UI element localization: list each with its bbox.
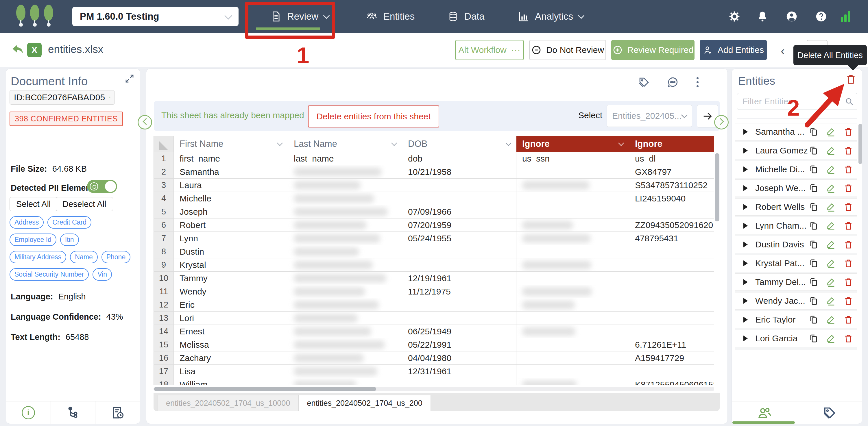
scrollbar-thumb[interactable] [859, 124, 862, 164]
table-cell[interactable]: Lisa [174, 365, 288, 378]
row-number[interactable]: 18 [154, 378, 174, 385]
copy-icon[interactable] [109, 93, 111, 102]
table-cell[interactable] [517, 352, 629, 365]
table-cell[interactable] [288, 285, 402, 298]
brand-logo[interactable] [16, 5, 53, 27]
table-cell[interactable] [517, 298, 629, 312]
delete-icon[interactable] [843, 258, 853, 268]
pii-tag[interactable]: Address [9, 216, 44, 229]
chevron-down-icon[interactable] [277, 140, 283, 146]
account-button[interactable] [785, 0, 798, 33]
delete-icon[interactable] [843, 127, 853, 137]
entity-list-scrollbar[interactable] [859, 124, 862, 349]
tab-entities[interactable]: Entities [366, 0, 415, 33]
column-header[interactable]: DOB [402, 136, 517, 152]
review-required-button[interactable]: Review Required [611, 40, 694, 60]
entity-row[interactable]: Dustin Davis [735, 236, 857, 253]
table-cell[interactable] [629, 285, 714, 298]
table-cell[interactable]: 12/31/1961 [402, 365, 517, 378]
table-cell[interactable] [288, 272, 402, 285]
status-indicator[interactable] [841, 0, 850, 33]
delete-sheet-entities-button[interactable]: Delete entities from this sheet [308, 105, 439, 127]
sheet-tab-active[interactable]: entities_20240502_1704_us_200 [299, 395, 431, 411]
table-cell[interactable] [402, 258, 517, 272]
edit-icon[interactable] [826, 277, 836, 287]
delete-icon[interactable] [843, 315, 853, 325]
entity-row[interactable]: Eric Taylor [735, 311, 857, 328]
delete-icon[interactable] [843, 277, 853, 287]
entity-row[interactable]: Lynn Cham... [735, 217, 857, 234]
table-cell[interactable] [517, 338, 629, 352]
row-number[interactable]: 5 [154, 205, 174, 219]
do-not-review-button[interactable]: Do Not Review [529, 40, 606, 60]
alt-workflow-button[interactable]: Alt Workflow [455, 40, 524, 60]
column-header[interactable]: Ignore [517, 136, 629, 152]
table-cell[interactable]: William [174, 378, 288, 385]
table-cell[interactable] [517, 325, 629, 338]
document-id-chip[interactable]: ID:BC0E2076FABAD05 [9, 90, 115, 105]
row-number[interactable]: 15 [154, 338, 174, 352]
table-cell[interactable]: dob [402, 152, 517, 165]
table-cell[interactable]: us_dl [629, 152, 714, 165]
delete-icon[interactable] [843, 164, 853, 174]
pii-tag[interactable]: Employee Id [9, 233, 56, 246]
expand-caret-icon[interactable] [743, 317, 748, 323]
table-cell[interactable]: Lori [174, 312, 288, 325]
copy-icon[interactable] [809, 315, 818, 325]
table-cell[interactable]: Eric [174, 298, 288, 312]
copy-icon[interactable] [809, 277, 818, 287]
pii-tag[interactable]: Name [70, 251, 97, 263]
table-cell[interactable]: 05/22/1991 [402, 338, 517, 352]
copy-icon[interactable] [809, 164, 818, 174]
table-cell[interactable]: Joseph [174, 205, 288, 219]
table-cell[interactable] [517, 205, 629, 219]
row-number[interactable]: 14 [154, 325, 174, 338]
expand-caret-icon[interactable] [743, 223, 748, 229]
row-number[interactable]: 12 [154, 298, 174, 312]
table-cell[interactable]: Lynn [174, 232, 288, 245]
table-cell[interactable] [288, 365, 402, 378]
copy-icon[interactable] [809, 221, 818, 231]
history-button[interactable] [95, 401, 140, 424]
table-cell[interactable]: Michelle [174, 192, 288, 205]
edit-icon[interactable] [826, 258, 836, 268]
expand-caret-icon[interactable] [743, 185, 748, 191]
edit-icon[interactable] [826, 333, 836, 343]
table-cell[interactable] [517, 192, 629, 205]
pii-visibility-toggle[interactable] [87, 180, 117, 193]
table-cell[interactable] [288, 378, 402, 385]
add-entities-button[interactable]: Add Entities [700, 40, 767, 60]
table-cell[interactable]: S53478573110252 [629, 178, 714, 192]
row-number[interactable]: 11 [154, 285, 174, 298]
row-number[interactable]: 8 [154, 245, 174, 258]
delete-icon[interactable] [843, 296, 853, 306]
kebab-menu-icon[interactable] [695, 76, 700, 89]
table-cell[interactable]: A159417729 [629, 352, 714, 365]
row-number[interactable]: 4 [154, 192, 174, 205]
table-cell[interactable] [517, 178, 629, 192]
pii-tag[interactable]: Vin [93, 268, 112, 281]
table-cell[interactable]: 10/21/1958 [402, 165, 517, 178]
back-arrow-icon[interactable] [10, 42, 26, 57]
entity-row[interactable]: Joseph We... [735, 179, 857, 197]
expand-caret-icon[interactable] [743, 241, 748, 248]
table-cell[interactable] [288, 325, 402, 338]
table-cell[interactable]: Melissa [174, 338, 288, 352]
expand-icon[interactable] [124, 73, 135, 84]
help-button[interactable] [815, 0, 828, 33]
edit-icon[interactable] [826, 315, 836, 325]
copy-icon[interactable] [809, 258, 818, 268]
table-cell[interactable] [517, 232, 629, 245]
table-cell[interactable]: LI245159040 [629, 192, 714, 205]
deselect-all-button[interactable]: Deselect All [56, 197, 113, 211]
chevron-down-icon[interactable] [618, 140, 624, 146]
table-cell[interactable]: Zachary [174, 352, 288, 365]
notifications-button[interactable] [756, 0, 769, 33]
delete-icon[interactable] [843, 221, 853, 231]
edit-icon[interactable] [826, 296, 836, 306]
row-number[interactable]: 17 [154, 365, 174, 378]
tab-analytics[interactable]: Analytics [518, 0, 584, 33]
chevron-down-icon[interactable] [391, 140, 397, 146]
entity-row[interactable]: Laura Gomez [735, 142, 857, 159]
lineage-button[interactable] [51, 401, 96, 424]
